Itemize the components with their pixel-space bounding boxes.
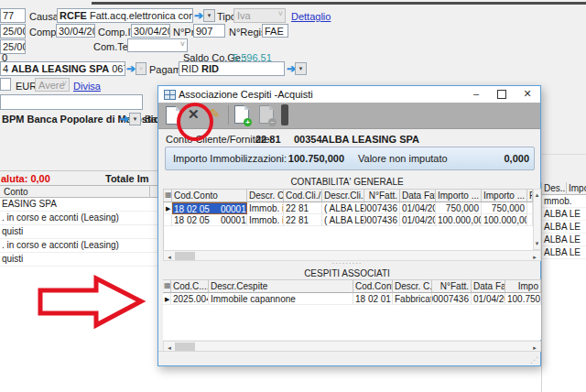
nregistro-field[interactable]: FAE [262,24,288,38]
minimize-icon: – [473,88,479,99]
cell-nfatt[interactable]: 15/00007436 [364,202,400,214]
supplier-prefix: 4 [3,63,11,74]
conto-row[interactable]: EASING SPA [0,198,158,212]
chevron-down-icon: ▼ [207,13,212,18]
chevron-down-icon: ▼ [133,116,138,122]
cell-importo-2[interactable]: 100.000,000 [482,214,527,226]
col-cod-conto[interactable]: Cod.Conto [353,280,393,293]
conto-row[interactable]: quisti [0,253,158,267]
right-table-row[interactable]: ALBA LE [542,221,586,234]
col-cod-cespite[interactable]: Cod.C... ∕ 1 [171,280,209,293]
cell-importo-1[interactable]: 100.000,000 [436,214,482,226]
cell-importo-2[interactable]: 750,000 [482,202,527,214]
cell-cod-cli[interactable]: 22 81 [284,202,322,214]
right-table-row[interactable]: ALBA LE [542,234,586,246]
pagam-dropdown-button[interactable]: ▼ [295,62,307,75]
right-table-row[interactable]: mmob. [542,195,586,208]
valore-non-imputato-value: 0,000 [465,153,529,164]
scroll-thumb[interactable] [175,343,195,351]
scroll-thumb[interactable] [175,252,195,260]
cell-importo[interactable]: 100.750,000 [505,293,541,305]
right-table: mmob. ALBA LE ALBA LE ALBA LE ALBA LE [541,195,586,392]
cell-data-fatt[interactable]: 01/04/2025 [472,293,505,305]
empty-input[interactable] [0,94,143,110]
causale-goto-icon[interactable]: ➔ [194,10,203,21]
small-left-field[interactable] [0,78,11,91]
chevron-down-icon: ▼ [298,66,304,71]
cell-descr-c[interactable]: Fabbricati [393,293,432,305]
supplier-field[interactable]: 4 ALBA LEASING SPA 06707270960 MILA [0,61,125,76]
cell-descr[interactable]: Immob. in co: [247,214,284,226]
cell-importo-1[interactable]: 750,000 [436,202,482,214]
col-cod-conto[interactable]: Cod.Conto [172,190,247,202]
protocol-value-2: 25/00002 [3,41,26,52]
cell-nfatt[interactable]: 15/00007436 [432,293,472,305]
col-descr-c[interactable]: Descr. C... [393,280,432,293]
cell-cod-conto[interactable]: 18 02 01 [353,293,393,305]
minimize-button[interactable]: – [466,86,486,103]
causale-dropdown-button[interactable]: ▼ [203,9,215,22]
conto-column-header[interactable]: Conto [0,185,158,198]
col-nfatt[interactable]: N°Fatt. [364,190,400,202]
pagam-field[interactable]: RID RID [179,61,285,76]
col-cod-cli[interactable]: Cod.Cli./... [284,190,322,202]
doc-number-value: 77 [3,10,14,21]
resize-grip-icon[interactable]: ⋰ [530,355,538,365]
bank-goto-icon[interactable]: ➔ [120,114,129,125]
scroll-down-icon[interactable]: ▾ [534,239,540,248]
pagam-desc: RID [201,63,219,74]
conto-row[interactable]: . in corso e acconti (Leasing) [0,212,158,225]
cell-descr[interactable]: Immob. in co: [247,202,284,214]
cell-descr-cli[interactable]: ( ALBA LEASIN [322,202,364,214]
supplier-dropdown-button: ˅ [136,62,146,75]
cell-descr-cli[interactable]: ( ALBA LEASIN [322,214,364,226]
scroll-up-icon[interactable]: ▴ [534,191,540,200]
cell-cod-cli[interactable]: 22 81 [284,214,322,226]
conto-row[interactable]: quisti [0,225,158,239]
cell-descr-cespite[interactable]: Immobile capannone [209,293,353,305]
right-table-row[interactable]: ALBA LE [542,246,586,259]
conto-row[interactable]: . in corso e acconti (Leasing) [0,239,158,253]
importo-panel: Importo Immobilizzazioni: 100.750,000 Va… [165,147,535,170]
close-button[interactable]: ✕ [517,86,537,103]
bank-dropdown-button[interactable]: ▼ [129,113,141,125]
col-importo-2[interactable]: Importo ... [482,190,527,202]
right-table-header[interactable]: Des... Impor [541,182,586,195]
contabilita-vscrollbar[interactable]: ▴ ▾ [533,189,541,250]
comp-iva-date-field[interactable]: 30/04/2025 [131,24,170,38]
dettaglio-link[interactable]: Dettaglio [291,11,331,22]
col-descr-c[interactable]: Descr. C... [247,190,284,202]
right-table-row[interactable]: ALBA LE [542,208,586,221]
selector-grid-icon[interactable]: ▦ [164,190,172,202]
causale-field[interactable]: RCFE Fatt.acq.elettronica con reverse ch… [57,8,193,23]
col-nfatt[interactable]: N°Fatt. [432,280,472,293]
doc-number-field[interactable]: 77 [0,8,26,23]
cell-cod-cespite[interactable]: 2025.004 [171,293,209,305]
cell-cod-conto-selected[interactable]: 18 02 0500001 [172,202,247,214]
divisa-link[interactable]: Divisa [73,81,101,92]
page-fold [269,105,274,110]
nprot-field[interactable]: 907 [193,24,225,38]
comp-iva-date-value: 30/04/2025 [134,26,170,37]
cell-data-fatt[interactable]: 01/04/2025 [400,202,436,214]
add-document-icon[interactable]: + [234,105,249,124]
dialog-titlebar[interactable]: Associazione Cespiti -Acquisti – ✕ [158,86,540,103]
chevron-down-icon: ˅ [62,79,67,88]
supplier-goto-icon[interactable]: ➔ [126,63,136,74]
com-tel-select[interactable]: ˅ [127,38,188,52]
selector-grid-icon[interactable]: ▦ [163,280,171,293]
col-importo[interactable]: Impo [505,280,541,293]
comp-date-field[interactable]: 30/04/2025 [56,24,95,38]
cell-data-fatt[interactable]: 01/04/2025 [400,214,436,226]
protocol-field-1[interactable]: 25/00002 [0,24,26,38]
col-descr-cli[interactable]: Descr.Cli.... [322,190,364,202]
col-descr-cespite[interactable]: Descr.Cespite [209,280,353,293]
cell-nfatt[interactable]: 15/00007436 [364,214,400,226]
col-data-fatt[interactable]: Data Fatt. [472,280,505,293]
col-data-fatt[interactable]: Data Fatt. [400,190,436,202]
col-importo-1[interactable]: Importo ... [436,190,482,202]
maximize-button[interactable] [492,86,512,103]
splitter-handle[interactable]: ········· [158,261,536,267]
toolbar-handle [281,104,288,125]
cell-cod-conto[interactable]: 18 02 0500001 [172,214,247,226]
